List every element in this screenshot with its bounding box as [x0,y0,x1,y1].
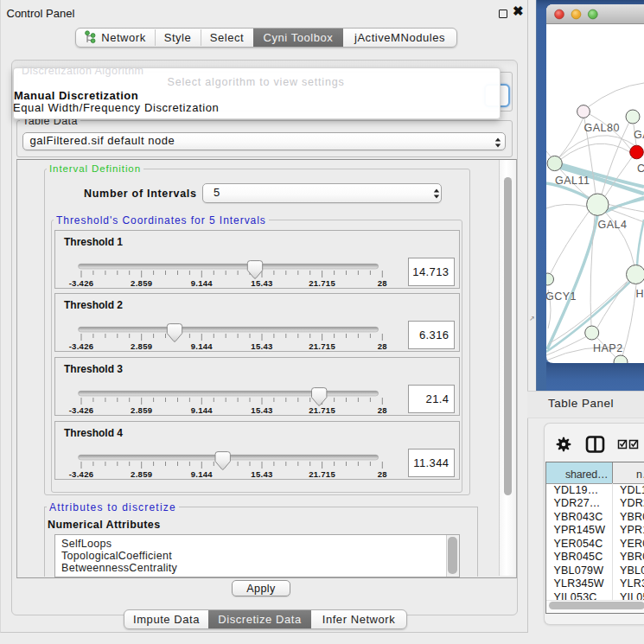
svg-text:HIS: HIS [636,288,644,300]
svg-text:-3.426: -3.426 [69,405,94,415]
svg-text:HAP2: HAP2 [593,342,623,354]
svg-text:GAL4: GAL4 [598,219,628,231]
svg-text:GAL11: GAL11 [555,175,590,187]
svg-text:15.43: 15.43 [251,278,272,288]
svg-text:15.43: 15.43 [251,405,272,415]
svg-text:-3.426: -3.426 [69,469,94,478]
svg-text:21.715: 21.715 [309,469,335,478]
svg-text:2.859: 2.859 [131,405,152,415]
svg-text:21.715: 21.715 [309,278,335,288]
svg-text:9.144: 9.144 [191,469,214,478]
svg-text:28: 28 [378,405,387,415]
svg-text:9.144: 9.144 [191,341,214,351]
svg-text:GAL: GAL [634,129,644,141]
svg-text:21.715: 21.715 [309,405,335,415]
svg-text:28: 28 [378,278,387,288]
svg-text:28: 28 [378,341,387,351]
svg-text:15.43: 15.43 [251,469,272,478]
svg-text:-3.426: -3.426 [69,278,94,288]
svg-text:GAL80: GAL80 [584,122,620,134]
svg-text:CR: CR [637,163,644,175]
svg-text:2.859: 2.859 [131,469,152,478]
svg-text:21.715: 21.715 [309,341,335,351]
svg-text:-3.426: -3.426 [69,341,94,351]
svg-text:GCY1: GCY1 [546,290,577,303]
svg-text:9.144: 9.144 [191,278,214,288]
svg-text:9.144: 9.144 [191,405,214,415]
svg-text:15.43: 15.43 [251,341,272,351]
svg-text:2.859: 2.859 [131,278,152,288]
svg-text:28: 28 [378,469,387,478]
svg-text:2.859: 2.859 [131,341,152,351]
